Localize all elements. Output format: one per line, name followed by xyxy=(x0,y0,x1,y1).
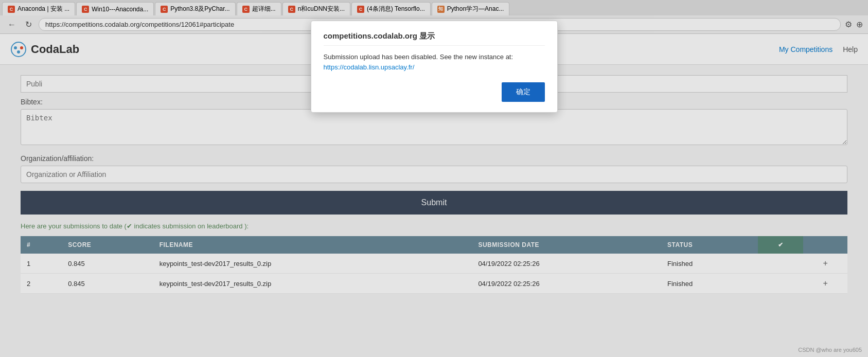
dialog-box: competitions.codalab.org 显示 Submission u… xyxy=(311,21,558,113)
dialog-message: Submission upload has been disabled. See… xyxy=(324,52,545,72)
dialog-footer: 确定 xyxy=(324,82,545,102)
modal-backdrop: competitions.codalab.org 显示 Submission u… xyxy=(0,0,868,304)
dialog-link[interactable]: https://codalab.lisn.upsaclay.fr/ xyxy=(324,63,415,71)
dialog-title: competitions.codalab.org 显示 xyxy=(324,31,545,46)
dialog-ok-button[interactable]: 确定 xyxy=(502,82,545,102)
